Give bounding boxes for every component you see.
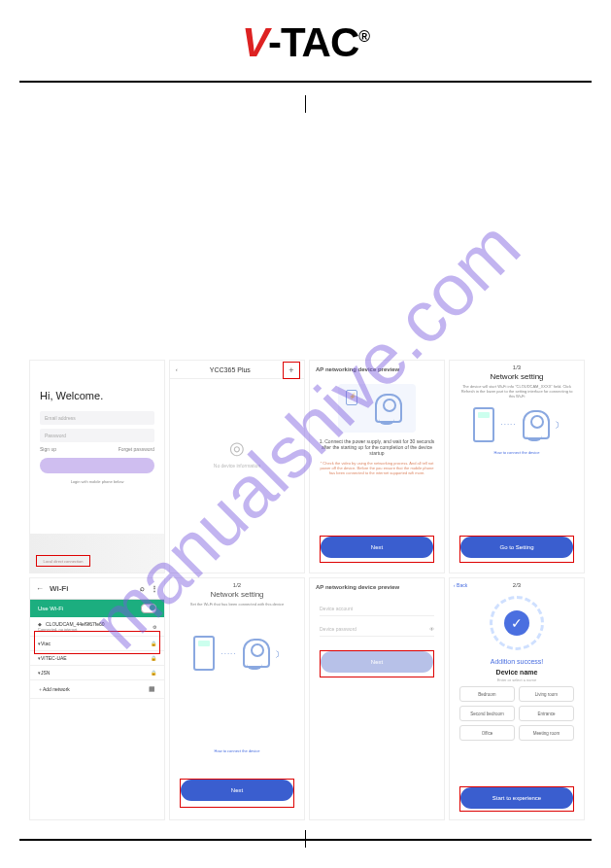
gear-icon[interactable]: ⚙ bbox=[153, 624, 156, 630]
wifi-icon: ⟯ bbox=[276, 648, 281, 659]
network-name[interactable]: VITEC-UAE bbox=[41, 655, 67, 661]
back-icon[interactable]: ‹ bbox=[176, 366, 178, 372]
check-icon: ✓ bbox=[504, 610, 529, 636]
screen-title: Network setting bbox=[450, 372, 584, 381]
step-text: 1. Connect the power supply, and wait fo… bbox=[318, 438, 436, 456]
ap-header: AP networking device preview bbox=[310, 361, 444, 378]
use-wifi-label: Use Wi-Fi bbox=[38, 606, 63, 611]
warning-text: * Check the video by using the networkin… bbox=[318, 462, 436, 475]
account-field[interactable]: Device account bbox=[320, 602, 434, 616]
screen-device-list: ‹ YCC365 Plus + ◎ No device information bbox=[169, 360, 305, 573]
tag-entrance[interactable]: Entrance bbox=[519, 706, 574, 721]
tag-meeting-room[interactable]: Meeting room bbox=[519, 725, 574, 741]
start-experience-button[interactable]: Start to experience bbox=[460, 787, 573, 809]
tag-bedroom[interactable]: Bedroom bbox=[459, 686, 515, 702]
success-text: Addition success! bbox=[450, 658, 584, 665]
screen-desc: The device will start Wi-Fi info "CLOUDC… bbox=[458, 384, 576, 399]
next-button[interactable]: Next bbox=[321, 537, 433, 558]
pagination: 1/2 bbox=[170, 578, 304, 588]
dots-icon: ····· bbox=[221, 649, 236, 658]
go-setting-button[interactable]: Go to Setting bbox=[460, 537, 573, 558]
camera-icon bbox=[243, 639, 270, 668]
eye-icon[interactable]: 👁 bbox=[429, 626, 434, 632]
tag-office[interactable]: Office bbox=[459, 725, 515, 741]
password-field[interactable]: Password bbox=[40, 429, 154, 442]
screen-ap-credentials: AP networking device preview Device acco… bbox=[309, 577, 445, 820]
wifi-toggle[interactable] bbox=[141, 604, 156, 613]
help-link[interactable]: How to connect the device bbox=[450, 450, 584, 455]
search-icon[interactable]: ⌕ bbox=[140, 584, 145, 593]
email-field[interactable]: Email address bbox=[40, 411, 154, 425]
name-hint: Enter or select a name bbox=[450, 677, 584, 682]
screen-title: Network setting bbox=[170, 590, 304, 599]
screen-network-1-3: 1/3 Network setting The device will star… bbox=[449, 360, 585, 573]
tag-second-bedroom[interactable]: Second bedroom bbox=[459, 706, 515, 721]
brand-logo: V-TAC® bbox=[242, 19, 369, 65]
device-name-label: Device name bbox=[450, 669, 584, 676]
cloudcam-highlight bbox=[34, 631, 160, 654]
add-device-button[interactable]: + bbox=[283, 362, 300, 379]
lock-icon: 🔒 bbox=[151, 670, 156, 676]
tag-living-room[interactable]: Living room bbox=[519, 686, 574, 702]
lock-icon: 🔒 bbox=[151, 655, 156, 661]
screen-ap-preview: AP networking device preview 1. Connect … bbox=[309, 360, 445, 573]
local-connection-button[interactable]: Local direct connection bbox=[36, 555, 90, 567]
scan-icon[interactable]: ▦ bbox=[147, 684, 156, 694]
ap-header: AP networking device preview bbox=[310, 578, 444, 596]
pagination: 2/3 bbox=[450, 578, 584, 588]
dots-icon: ····· bbox=[500, 420, 516, 429]
forgot-link[interactable]: Forget password bbox=[119, 446, 154, 452]
network-name[interactable]: JSN bbox=[41, 670, 50, 676]
login-button[interactable] bbox=[40, 458, 154, 473]
progress-ring: ✓ bbox=[490, 596, 544, 650]
wifi-title: Wi-Fi bbox=[50, 584, 68, 593]
screen-login: Hi, Welcome. Email address Password Sign… bbox=[29, 360, 165, 573]
camera-icon bbox=[375, 394, 402, 423]
next-button[interactable]: Next bbox=[321, 651, 433, 673]
wifi-icon: ⟯ bbox=[556, 419, 560, 430]
more-icon[interactable]: ⋮ bbox=[151, 584, 158, 593]
help-link[interactable]: How to connect the device bbox=[170, 748, 304, 753]
screen-network-1-2: 1/2 Network setting Set the Wi-Fi that h… bbox=[169, 577, 305, 820]
empty-icon: ◎ bbox=[170, 437, 304, 459]
password-field[interactable]: Device password👁 bbox=[320, 622, 434, 637]
back-button[interactable]: ‹ Back bbox=[454, 582, 467, 588]
signup-link[interactable]: Sign up bbox=[40, 446, 56, 452]
camera-icon bbox=[523, 410, 550, 439]
login-note: Login with mobile phone below bbox=[30, 479, 164, 484]
app-title: YCC365 Plus bbox=[210, 366, 251, 373]
phone-icon bbox=[473, 407, 494, 442]
screen-success: ‹ Back 2/3 ✓ Addition success! Device na… bbox=[449, 577, 585, 820]
back-icon[interactable]: ← bbox=[36, 584, 44, 593]
screen-wifi-settings: ← Wi-Fi ⌕ ⋮ Use Wi-Fi ◆ CLOUDCAM_44ef9f6… bbox=[29, 577, 165, 820]
phone-icon bbox=[193, 636, 215, 671]
outlet-icon bbox=[346, 390, 357, 405]
greeting-text: Hi, Welcome. bbox=[40, 390, 164, 401]
screen-desc: Set the Wi-Fi that has been connected wi… bbox=[178, 602, 296, 607]
empty-text: No device information bbox=[170, 463, 304, 469]
pagination: 1/3 bbox=[450, 361, 584, 370]
add-network[interactable]: Add network bbox=[43, 686, 70, 692]
next-button[interactable]: Next bbox=[181, 780, 293, 801]
